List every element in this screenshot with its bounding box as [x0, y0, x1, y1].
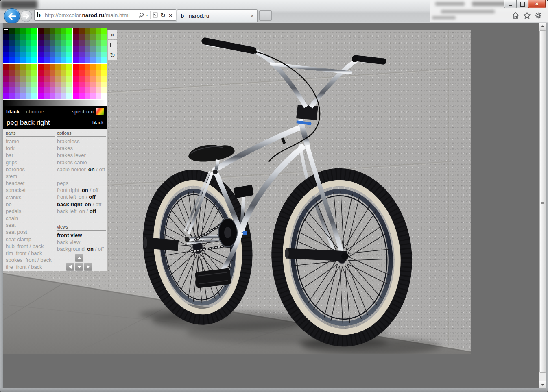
palette-cell[interactable] — [90, 70, 96, 76]
palette-cell[interactable] — [44, 57, 50, 63]
palette-cell[interactable] — [85, 57, 90, 63]
palette-cell[interactable] — [20, 87, 26, 93]
palette-cell[interactable] — [44, 93, 50, 99]
palette-cell[interactable] — [79, 46, 85, 52]
palette-cell[interactable] — [9, 82, 15, 87]
tab-spectrum[interactable]: spectrum — [72, 109, 94, 115]
palette-cell[interactable] — [85, 76, 90, 81]
palette-cell[interactable] — [38, 76, 44, 81]
toggle-on[interactable]: on — [79, 194, 84, 200]
palette-cell[interactable] — [38, 70, 44, 76]
palette-cell[interactable] — [20, 76, 26, 81]
rotate-right-button[interactable] — [84, 263, 92, 271]
palette-cell[interactable] — [101, 70, 107, 76]
palette-cell[interactable] — [26, 87, 31, 93]
palette-cell[interactable] — [96, 64, 101, 70]
grayscale-bar[interactable] — [3, 100, 107, 106]
part-item[interactable]: chain — [6, 215, 55, 222]
palette-cell[interactable] — [73, 57, 79, 63]
palette-cell[interactable] — [79, 28, 85, 34]
palette-cell[interactable] — [79, 93, 85, 99]
palette-cell[interactable] — [85, 87, 90, 93]
tab-black[interactable]: black — [6, 109, 20, 115]
toggle-off[interactable]: off — [99, 166, 105, 172]
palette-cell[interactable] — [15, 57, 20, 63]
palette-cell[interactable] — [20, 82, 26, 87]
palette-cell[interactable] — [31, 93, 37, 99]
view-item[interactable]: front view — [57, 232, 106, 239]
palette-cell[interactable] — [20, 28, 26, 34]
palette-cell[interactable] — [90, 82, 96, 87]
palette-cell[interactable] — [50, 52, 55, 57]
option-item[interactable]: cable holderon / off — [57, 166, 106, 173]
palette-cell[interactable] — [85, 46, 90, 52]
part-item[interactable]: spokes front / back — [6, 257, 55, 264]
palette-cell[interactable] — [44, 46, 50, 52]
palette-cell[interactable] — [50, 64, 55, 70]
palette-cell[interactable] — [38, 87, 44, 93]
palette-cell[interactable] — [79, 82, 85, 87]
palette-cell[interactable] — [90, 93, 96, 99]
tab-close-icon[interactable]: × — [251, 13, 254, 19]
palette-cell[interactable] — [20, 57, 26, 63]
part-item[interactable]: fork — [6, 145, 55, 152]
palette-cell[interactable] — [44, 28, 50, 34]
url-text[interactable]: http://bmxcolor.narod.ru/main.html — [45, 12, 137, 18]
palette-cell[interactable] — [96, 28, 101, 34]
palette-cell[interactable] — [101, 76, 107, 81]
part-item[interactable]: bb — [6, 201, 55, 208]
palette-cell[interactable] — [66, 70, 72, 76]
palette-cell[interactable] — [66, 46, 72, 52]
variant-front[interactable]: front — [13, 264, 26, 270]
home-icon[interactable] — [511, 11, 520, 20]
part-item[interactable]: seat — [6, 222, 55, 229]
palette-cell[interactable] — [26, 34, 31, 40]
option-item[interactable]: brakes lever — [57, 152, 106, 159]
palette-cell[interactable] — [96, 57, 101, 63]
toggle-off[interactable]: off — [90, 208, 96, 214]
palette-cell[interactable] — [50, 87, 55, 93]
palette-cell[interactable] — [15, 64, 20, 70]
palette-cell[interactable] — [38, 93, 44, 99]
palette-cell[interactable] — [73, 28, 79, 34]
palette-cell[interactable] — [9, 52, 15, 57]
tab-chrome[interactable]: chrome — [26, 109, 44, 115]
palette-cell[interactable] — [38, 46, 44, 52]
palette-cell[interactable] — [9, 64, 15, 70]
palette-cell[interactable] — [15, 34, 20, 40]
palette-cell[interactable] — [38, 40, 44, 46]
part-item[interactable]: tire front / back — [6, 264, 55, 270]
palette-cell[interactable] — [79, 40, 85, 46]
palette-cell[interactable] — [90, 46, 96, 52]
palette-cell[interactable] — [38, 64, 44, 70]
palette-cell[interactable] — [9, 93, 15, 99]
palette-block[interactable] — [38, 64, 72, 99]
back-button[interactable] — [4, 8, 20, 23]
palette-cell[interactable] — [50, 40, 55, 46]
search-dropdown-icon[interactable]: ▾ — [145, 13, 149, 17]
minimize-button[interactable] — [504, 0, 517, 8]
palette-cell[interactable] — [73, 46, 79, 52]
palette-cell[interactable] — [73, 34, 79, 40]
scroll-up-button[interactable] — [539, 23, 546, 30]
palette-cell[interactable] — [73, 82, 79, 87]
rotate-up-button[interactable] — [75, 254, 83, 262]
palette-cell[interactable] — [9, 70, 15, 76]
color-palette[interactable] — [3, 28, 107, 100]
option-item[interactable]: front lefton / off — [57, 194, 106, 200]
part-item[interactable]: sprocket — [6, 187, 55, 194]
palette-cell[interactable] — [101, 93, 107, 99]
palette-cell[interactable] — [66, 64, 72, 70]
palette-cell[interactable] — [85, 28, 90, 34]
palette-cell[interactable] — [9, 40, 15, 46]
palette-cell[interactable] — [9, 57, 15, 63]
palette-cell[interactable] — [73, 70, 79, 76]
forward-button[interactable] — [20, 10, 32, 22]
palette-cell[interactable] — [3, 76, 9, 81]
palette-cell[interactable] — [66, 82, 72, 87]
refresh-icon[interactable]: ↻ — [159, 10, 167, 20]
palette-cell[interactable] — [90, 34, 96, 40]
palette-cell[interactable] — [61, 87, 66, 93]
palette-cell[interactable] — [3, 34, 9, 40]
palette-cell[interactable] — [20, 64, 26, 70]
